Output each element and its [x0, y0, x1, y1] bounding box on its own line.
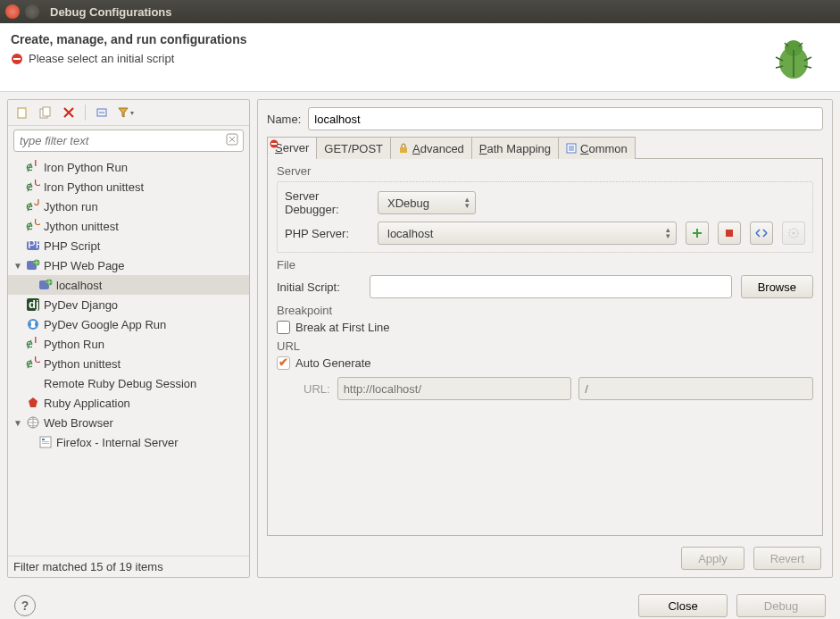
tree-item[interactable]: ▶djPyDev Django	[8, 295, 249, 314]
svg-point-48	[793, 232, 795, 235]
tree-item-label: Web Browser	[44, 416, 113, 430]
tree-item[interactable]: ▶ɇUJython unittest	[8, 216, 249, 236]
auto-generate-checkbox[interactable]: Auto Generate	[277, 356, 813, 370]
tab-getpost[interactable]: GET/POST	[316, 137, 391, 159]
window-minimize-button[interactable]	[25, 4, 39, 19]
expand-icon[interactable]: ▼	[13, 418, 22, 428]
svg-text:dj: dj	[29, 297, 39, 311]
group-breakpoint-title: Breakpoint	[277, 304, 813, 317]
tab-pathmapping[interactable]: Path Mapping	[471, 137, 559, 159]
filter-input[interactable]	[13, 130, 244, 152]
tree-item-label: localhost	[56, 279, 102, 292]
tree-item-label: Firefox - Internal Server	[56, 436, 179, 449]
tree-item[interactable]: ▶PHPPHP Script	[8, 236, 249, 255]
svg-rect-34	[42, 439, 45, 440]
tree-item[interactable]: ▶ɇJJython run	[8, 197, 249, 216]
svg-text:I: I	[34, 337, 37, 346]
tree-item-icon: dj	[26, 297, 40, 312]
auto-generate-input[interactable]	[277, 356, 290, 370]
svg-rect-38	[271, 143, 277, 145]
tree-item[interactable]: ▶ɇIIron Python Run	[8, 157, 249, 177]
tree-item-label: PyDev Google App Run	[44, 318, 166, 331]
tree-item[interactable]: ▼PHP Web Page	[8, 255, 249, 275]
delete-config-button[interactable]	[60, 104, 78, 121]
tree-item-label: Jython run	[44, 200, 98, 213]
expand-icon[interactable]: ▼	[13, 261, 22, 271]
debug-button: Debug	[736, 594, 826, 617]
group-url-title: URL	[277, 339, 813, 353]
server-debugger-select[interactable]: XDebug ▴▾	[378, 191, 476, 214]
svg-text:U: U	[34, 219, 40, 228]
svg-text:ɇ: ɇ	[26, 337, 33, 350]
tree-item[interactable]: Firefox - Internal Server	[8, 432, 249, 452]
bottom-bar: ? Close Debug	[0, 585, 840, 619]
help-button[interactable]: ?	[14, 595, 36, 616]
tab-server[interactable]: Server	[267, 137, 317, 159]
url-path-input	[578, 377, 813, 400]
server-debugger-value: XDebug	[387, 197, 429, 210]
remove-server-button[interactable]	[718, 222, 741, 245]
svg-rect-45	[693, 232, 702, 234]
filter-button[interactable]: ▾	[116, 104, 134, 121]
svg-text:I: I	[34, 160, 37, 169]
php-server-select[interactable]: localhost ▴▾	[378, 222, 677, 245]
tree-item-icon: ɇU	[26, 180, 40, 194]
config-tree[interactable]: ▶ɇIIron Python Run▶ɇUIron Python unittes…	[8, 155, 249, 556]
break-first-line-checkbox[interactable]: Break at First Line	[277, 321, 813, 334]
svg-rect-39	[400, 147, 407, 153]
tree-item-icon: ɇU	[26, 356, 40, 371]
tree-item[interactable]: ▶ɇUIron Python unittest	[8, 177, 249, 197]
svg-text:J: J	[34, 199, 40, 208]
tree-item-label: Remote Ruby Debug Session	[44, 377, 196, 390]
tree-item[interactable]: ▶Remote Ruby Debug Session	[8, 373, 249, 393]
error-icon	[270, 139, 279, 148]
initial-script-input[interactable]	[370, 275, 732, 298]
duplicate-config-button[interactable]	[37, 104, 54, 121]
sheet-icon	[566, 143, 577, 154]
svg-text:ɇ: ɇ	[26, 180, 33, 193]
tree-item[interactable]: localhost	[8, 275, 249, 295]
svg-text:ɇ: ɇ	[26, 219, 33, 232]
group-server-title: Server	[277, 164, 813, 178]
tab-label: Common	[580, 142, 628, 155]
tree-item-icon	[26, 415, 40, 430]
tab-advanced[interactable]: Advanced	[390, 137, 472, 159]
svg-text:ɇ: ɇ	[26, 356, 33, 370]
tab-common[interactable]: Common	[558, 137, 636, 159]
titlebar: Debug Configurations	[0, 0, 840, 23]
tree-item[interactable]: ▶PyDev Google App Run	[8, 314, 249, 334]
close-button[interactable]: Close	[638, 594, 728, 617]
header-error: Please select an initial script	[11, 52, 769, 65]
initial-script-label: Initial Script:	[277, 280, 361, 294]
collapse-all-button[interactable]	[93, 104, 111, 121]
svg-text:U: U	[34, 356, 40, 365]
tree-item-icon	[26, 258, 40, 272]
clear-filter-icon[interactable]	[226, 133, 238, 146]
tab-label: GET/POST	[324, 142, 383, 155]
apply-button: Apply	[681, 547, 744, 570]
tree-item[interactable]: ▶ɇUPython unittest	[8, 354, 249, 373]
browse-button[interactable]: Browse	[741, 275, 813, 298]
tree-item-icon	[38, 435, 53, 449]
svg-text:PHP: PHP	[28, 238, 40, 251]
filter-count: Filter matched 15 of 19 items	[8, 556, 249, 577]
tree-item-icon: PHP	[26, 238, 40, 253]
tree-item-label: Iron Python unittest	[44, 180, 144, 194]
tree-item[interactable]: ▶Ruby Application	[8, 393, 249, 413]
break-first-line-input[interactable]	[277, 321, 290, 334]
updown-icon: ▴▾	[666, 227, 670, 239]
tree-item-icon: ɇI	[26, 337, 40, 351]
tree-item-label: PHP Web Page	[44, 259, 125, 272]
lock-icon	[398, 143, 409, 154]
tree-item-icon	[38, 278, 53, 292]
window-close-button[interactable]	[5, 4, 20, 19]
name-label: Name:	[267, 113, 301, 126]
edit-server-button[interactable]	[750, 222, 773, 245]
add-server-button[interactable]	[686, 222, 709, 245]
tree-item[interactable]: ▶ɇIPython Run	[8, 334, 249, 354]
tree-item-label: PHP Script	[44, 239, 100, 253]
tree-item[interactable]: ▼Web Browser	[8, 413, 249, 432]
new-config-button[interactable]	[13, 104, 31, 121]
svg-rect-1	[13, 58, 21, 60]
name-input[interactable]	[308, 107, 823, 130]
